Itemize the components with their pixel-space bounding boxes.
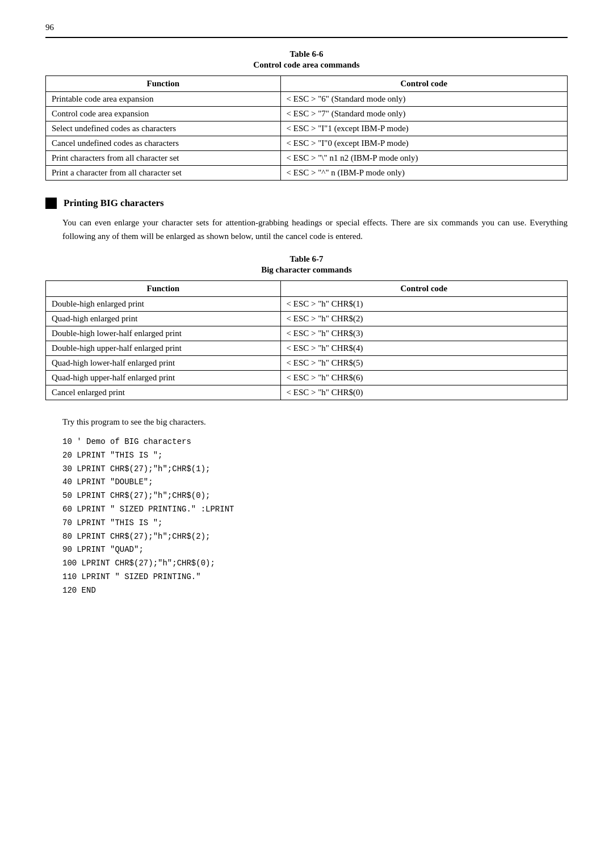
table2-subtitle: Big character commands <box>45 265 568 275</box>
table1-cell-2-0: Select undefined codes as characters <box>46 121 281 136</box>
table2-cell-1-1: < ESC > "h" CHR$(2) <box>280 312 567 326</box>
code-line: 40 LPRINT "DOUBLE"; <box>62 476 568 489</box>
try-text: Try this program to see the big characte… <box>45 417 568 427</box>
code-line: 90 LPRINT "QUAD"; <box>62 543 568 557</box>
table-row: Quad-high lower-half enlarged print< ESC… <box>46 356 568 371</box>
code-line: 100 LPRINT CHR$(27);"h";CHR$(0); <box>62 557 568 571</box>
table1-cell-5-0: Print a character from all character set <box>46 166 281 181</box>
section-header: Printing BIG characters <box>45 198 568 209</box>
code-line: 30 LPRINT CHR$(27);"h";CHR$(1); <box>62 463 568 476</box>
table2-col-control: Control code <box>280 281 567 297</box>
table1-subtitle: Control code area commands <box>45 60 568 70</box>
table2-cell-1-0: Quad-high enlarged print <box>46 312 281 326</box>
table-row: Double-high lower-half enlarged print< E… <box>46 326 568 341</box>
table-row: Cancel undefined codes as characters< ES… <box>46 136 568 151</box>
section-body: You can even enlarge your character sets… <box>45 216 568 243</box>
table1-cell-4-0: Print characters from all character set <box>46 151 281 166</box>
code-line: 60 LPRINT " SIZED PRINTING." :LPRINT <box>62 503 568 517</box>
table2-cell-2-0: Double-high lower-half enlarged print <box>46 326 281 341</box>
table1-cell-2-1: < ESC > "I"1 (except IBM-P mode) <box>280 121 567 136</box>
table1-cell-4-1: < ESC > "\" n1 n2 (IBM-P mode only) <box>280 151 567 166</box>
table1: Function Control code Printable code are… <box>45 76 568 181</box>
table1-title: Table 6-6 <box>45 49 568 59</box>
table2-cell-4-0: Quad-high lower-half enlarged print <box>46 356 281 371</box>
section-title: Printing BIG characters <box>64 198 164 209</box>
page-divider <box>45 37 568 38</box>
table2-cell-5-1: < ESC > "h" CHR$(6) <box>280 371 567 385</box>
table1-cell-5-1: < ESC > "^" n (IBM-P mode only) <box>280 166 567 181</box>
table2: Function Control code Double-high enlarg… <box>45 280 568 400</box>
code-line: 50 LPRINT CHR$(27);"h";CHR$(0); <box>62 489 568 503</box>
table2-cell-2-1: < ESC > "h" CHR$(3) <box>280 326 567 341</box>
table-row: Quad-high upper-half enlarged print< ESC… <box>46 371 568 385</box>
code-line: 80 LPRINT CHR$(27);"h";CHR$(2); <box>62 530 568 544</box>
table1-cell-1-0: Control code area expansion <box>46 107 281 121</box>
table1-cell-3-1: < ESC > "I"0 (except IBM-P mode) <box>280 136 567 151</box>
table2-cell-0-1: < ESC > "h" CHR$(1) <box>280 297 567 312</box>
table2-cell-4-1: < ESC > "h" CHR$(5) <box>280 356 567 371</box>
table-row: Double-high upper-half enlarged print< E… <box>46 341 568 356</box>
table2-container: Table 6-7 Big character commands Functio… <box>45 254 568 400</box>
table2-col-function: Function <box>46 281 281 297</box>
code-line: 10 ' Demo of BIG characters <box>62 435 568 449</box>
table2-cell-6-0: Cancel enlarged print <box>46 385 281 400</box>
table1-cell-3-0: Cancel undefined codes as characters <box>46 136 281 151</box>
code-line: 20 LPRINT "THIS IS "; <box>62 449 568 463</box>
table1-header-row: Function Control code <box>46 76 568 92</box>
table-row: Control code area expansion< ESC > "7" (… <box>46 107 568 121</box>
table2-cell-5-0: Quad-high upper-half enlarged print <box>46 371 281 385</box>
code-block: 10 ' Demo of BIG characters20 LPRINT "TH… <box>45 435 568 598</box>
table-row: Cancel enlarged print< ESC > "h" CHR$(0) <box>46 385 568 400</box>
table1-col-function: Function <box>46 76 281 92</box>
table1-col-control: Control code <box>280 76 567 92</box>
table2-cell-6-1: < ESC > "h" CHR$(0) <box>280 385 567 400</box>
table-row: Double-high enlarged print< ESC > "h" CH… <box>46 297 568 312</box>
table-row: Select undefined codes as characters< ES… <box>46 121 568 136</box>
code-line: 120 END <box>62 584 568 598</box>
table2-header-row: Function Control code <box>46 281 568 297</box>
table-row: Print characters from all character set<… <box>46 151 568 166</box>
page-number: 96 <box>45 23 568 32</box>
code-line: 110 LPRINT " SIZED PRINTING." <box>62 571 568 584</box>
table2-cell-3-0: Double-high upper-half enlarged print <box>46 341 281 356</box>
section-icon <box>45 198 57 209</box>
table2-title: Table 6-7 <box>45 254 568 264</box>
code-line: 70 LPRINT "THIS IS "; <box>62 517 568 530</box>
table2-cell-0-0: Double-high enlarged print <box>46 297 281 312</box>
table-row: Print a character from all character set… <box>46 166 568 181</box>
table-row: Quad-high enlarged print< ESC > "h" CHR$… <box>46 312 568 326</box>
table1-container: Table 6-6 Control code area commands Fun… <box>45 49 568 181</box>
table2-cell-3-1: < ESC > "h" CHR$(4) <box>280 341 567 356</box>
table1-cell-0-0: Printable code area expansion <box>46 92 281 107</box>
table-row: Printable code area expansion< ESC > "6"… <box>46 92 568 107</box>
table1-cell-1-1: < ESC > "7" (Standard mode only) <box>280 107 567 121</box>
table1-cell-0-1: < ESC > "6" (Standard mode only) <box>280 92 567 107</box>
